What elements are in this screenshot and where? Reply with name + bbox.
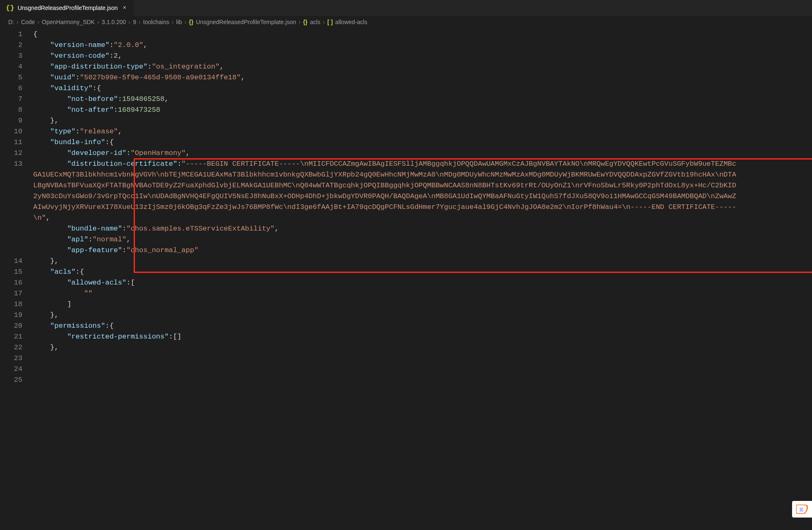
chevron-right-icon: › [139, 19, 141, 25]
line-gutter: 1 2 3 4 5 6 7 8 9 10 11 12 13 14 15 16 1… [0, 28, 33, 530]
code-line: "restricted-permissions":[] [33, 331, 812, 342]
json-icon: {} [189, 19, 193, 25]
bc-part[interactable]: 9 [133, 19, 136, 25]
bc-part[interactable]: Code [21, 19, 35, 25]
code-line: }, [33, 342, 812, 353]
chevron-right-icon: › [172, 19, 174, 25]
bc-part[interactable]: lib [176, 19, 182, 25]
code-line: "" [33, 288, 812, 299]
code-line: }, [33, 310, 812, 321]
code-line: "bundle-info":{ [33, 137, 812, 148]
tab-title: UnsgnedReleasedProfileTemplate.json [17, 5, 117, 11]
chevron-right-icon: › [37, 19, 39, 25]
code-line: }, [33, 115, 812, 126]
brackets-icon: [ ] [327, 19, 333, 25]
bc-part[interactable]: D: [8, 19, 14, 25]
chevron-right-icon: › [129, 19, 131, 25]
bc-file[interactable]: UnsgnedReleasedProfileTemplate.json [196, 19, 296, 25]
editor[interactable]: 1 2 3 4 5 6 7 8 9 10 11 12 13 14 15 16 1… [0, 28, 812, 530]
code-line: }, [33, 256, 812, 267]
code-line: "app-distribution-type":"os_integration"… [33, 61, 812, 72]
chevron-right-icon: › [184, 19, 186, 25]
bc-symbol[interactable]: acls [310, 19, 320, 25]
bc-part[interactable]: OpenHarmony_SDK [42, 19, 95, 25]
ime-badge[interactable]: 英 [792, 501, 812, 518]
code-line: "type":"release", [33, 126, 812, 137]
code-line: "uuid":"5027b99e-5f9e-465d-9508-a9e0134f… [33, 72, 812, 83]
bc-part[interactable]: toolchains [143, 19, 169, 25]
bc-symbol[interactable]: allowed-acls [335, 19, 367, 25]
code-line: "not-after":1689473258 [33, 105, 812, 115]
json-icon: {} [6, 4, 14, 12]
bc-part[interactable]: 3.1.0.200 [102, 19, 126, 25]
tab-bar: {} UnsgnedReleasedProfileTemplate.json × [0, 0, 812, 16]
code-line: "apl":"normal", [33, 234, 812, 245]
code-line: "developer-id":"OpenHarmony", [33, 148, 812, 159]
chevron-right-icon: › [298, 19, 301, 25]
code-line: "app-feature":"ohos_normal_app" [33, 245, 812, 256]
editor-tab[interactable]: {} UnsgnedReleasedProfileTemplate.json × [0, 0, 134, 16]
code-line: "acls":{ [33, 267, 812, 277]
sogou-ime-icon: 英 [795, 504, 809, 515]
code-line: "permissions":{ [33, 321, 812, 331]
braces-icon: {} [303, 19, 308, 25]
code-line: "distribution-certificate":"-----BEGIN C… [33, 159, 739, 223]
close-icon[interactable]: × [121, 4, 128, 12]
code-line: "version-code":2, [33, 51, 812, 61]
code-line: ] [33, 299, 812, 310]
chevron-right-icon: › [97, 19, 99, 25]
code-line: "allowed-acls":[ [33, 277, 812, 288]
breadcrumb[interactable]: D:› Code› OpenHarmony_SDK› 3.1.0.200› 9›… [0, 16, 812, 28]
code-line: "validity":{ [33, 83, 812, 94]
chevron-right-icon: › [323, 19, 325, 25]
chevron-right-icon: › [17, 19, 19, 25]
code-line: "not-before":1594865258, [33, 94, 812, 105]
code-line: "bundle-name":"ohos.samples.eTSServiceEx… [33, 223, 812, 234]
svg-text:英: 英 [799, 507, 804, 512]
code-line: "version-name":"2.0.0", [33, 40, 812, 51]
code-line: { [33, 29, 812, 40]
code-area[interactable]: { "version-name":"2.0.0", "version-code"… [33, 28, 812, 530]
